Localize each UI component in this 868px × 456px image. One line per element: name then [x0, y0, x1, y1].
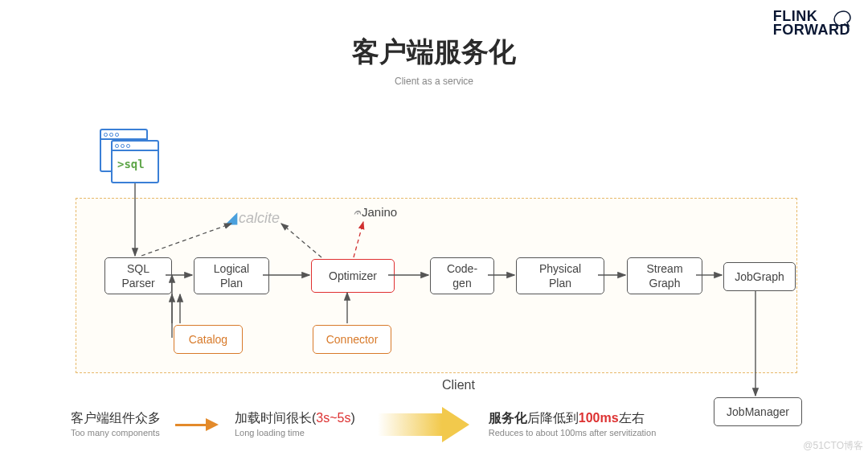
node-stream-graph: StreamGraph	[627, 257, 702, 294]
node-job-manager: JobManager	[714, 397, 802, 426]
janino-label: 𝄐Janino	[354, 205, 397, 220]
note-long-loading: 加载时间很长(3s~5s) Long loading time	[235, 410, 355, 439]
calcite-label: ◢calcite	[225, 207, 280, 227]
page-subtitle: Client as a service	[0, 76, 868, 87]
node-sql-parser: SQLParser	[104, 257, 172, 294]
page-title: 客户端服务化	[0, 34, 868, 71]
calcite-drop-icon: ◢	[225, 208, 237, 226]
node-connector: Connector	[313, 325, 391, 354]
client-label: Client	[442, 378, 475, 392]
node-logical-plan: LogicalPlan	[194, 257, 269, 294]
node-job-graph: JobGraph	[723, 262, 796, 291]
footer-notes: 客户端组件众多 Too many components 加载时间很长(3s~5s…	[71, 407, 656, 442]
squirrel-icon	[833, 8, 855, 31]
flink-forward-logo: FLINK FORWARD	[773, 10, 850, 37]
node-catalog: Catalog	[174, 325, 243, 354]
small-arrow-icon	[175, 417, 220, 433]
node-physical-plan: PhysicalPlan	[516, 257, 604, 294]
big-arrow-icon	[378, 407, 474, 442]
sql-prompt: >sql	[113, 151, 158, 177]
note-many-components: 客户端组件众多 Too many components	[71, 410, 161, 439]
node-code-gen: Code-gen	[430, 257, 494, 294]
watermark: @51CTO博客	[803, 439, 863, 453]
janino-icon: 𝄐	[354, 205, 360, 219]
note-servitization: 服务化后降低到100ms左右 Reduces to about 100ms af…	[489, 410, 657, 439]
node-optimizer: Optimizer	[311, 259, 395, 293]
